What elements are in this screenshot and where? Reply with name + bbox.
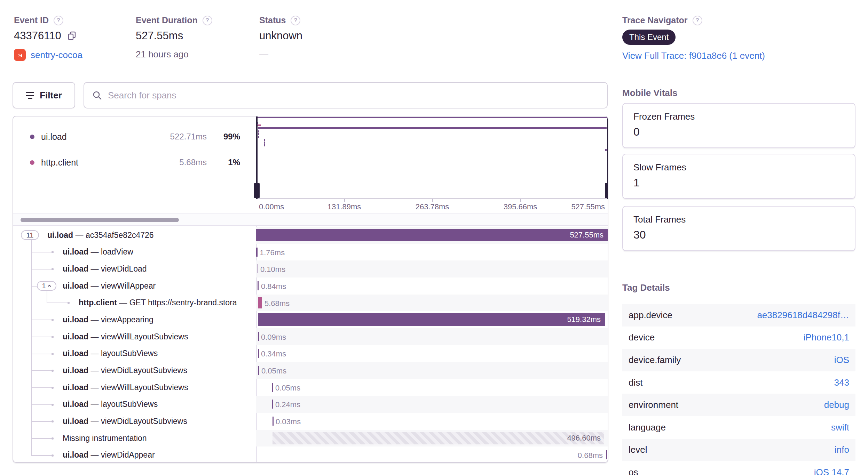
vital-card-slow-frames: Slow Frames 1 — [622, 154, 855, 199]
status-value: unknown — [259, 30, 302, 42]
help-icon[interactable]: ? — [54, 16, 63, 25]
span-bar-row[interactable]: 0.05ms — [256, 379, 608, 396]
mobile-vitals-title: Mobile Vitals — [622, 88, 677, 98]
span-bars: 527.55ms 1.76ms 0.10ms 0.84ms 5.68ms 519… — [256, 227, 608, 463]
span-bar-row[interactable]: 519.32ms — [256, 311, 608, 328]
tag-row: language swift — [622, 416, 855, 439]
span-bar-row[interactable]: 1.76ms — [256, 244, 608, 261]
expand-collapse-badge[interactable]: 11 — [21, 230, 39, 240]
event-id-label: Event ID — [14, 15, 49, 25]
span-tree-row[interactable]: ui.load — viewDidAppear — [13, 446, 256, 463]
tag-details-list: app.device ae3829618d484298f… device iPh… — [622, 304, 855, 475]
vital-card-frozen-frames: Frozen Frames 0 — [622, 103, 855, 148]
span-bar-row[interactable]: 5.68ms — [256, 295, 608, 312]
help-icon[interactable]: ? — [291, 16, 300, 25]
minimap-span — [264, 144, 265, 146]
span-bar[interactable] — [272, 383, 273, 392]
span-bar[interactable] — [256, 248, 258, 257]
minimap-right-handle[interactable] — [605, 183, 608, 198]
span-bar-row[interactable]: 0.10ms — [256, 260, 608, 277]
span-tree-row[interactable]: 1 ui.load — viewWillAppear — [13, 277, 256, 295]
axis-label: 263.78ms — [416, 202, 449, 211]
project-link[interactable]: sentry-cocoa — [31, 50, 82, 61]
span-bar[interactable] — [258, 332, 259, 341]
search-input[interactable] — [108, 90, 599, 101]
swift-icon — [14, 49, 26, 61]
span-tree-row[interactable]: ui.load — viewWillLayoutSubviews — [13, 379, 256, 396]
span-bar[interactable] — [258, 349, 259, 358]
event-age: 21 hours ago — [136, 49, 189, 60]
ui-load-dot — [30, 135, 34, 139]
axis-label: 395.66ms — [504, 202, 537, 211]
copy-icon[interactable] — [67, 31, 77, 41]
filter-button[interactable]: Filter — [13, 82, 75, 108]
status-label: Status — [259, 15, 286, 25]
chevron-up-icon — [47, 284, 52, 287]
span-tree-row[interactable]: ui.load — layoutSubViews — [13, 345, 256, 362]
span-bar-row[interactable]: 527.55ms — [256, 227, 608, 244]
vital-card-total-frames: Total Frames 30 — [622, 206, 855, 251]
search-icon — [92, 90, 102, 100]
span-tree-row[interactable]: 11 ui.load — ac354af5e82c4726 — [13, 227, 256, 244]
tag-row: device iPhone10,1 — [622, 327, 855, 349]
span-tree: 11 ui.load — ac354af5e82c4726 ui.load — … — [13, 227, 256, 463]
span-bar[interactable] — [273, 417, 274, 426]
span-bar-row[interactable]: 0.09ms — [256, 328, 608, 345]
trace-minimap[interactable] — [256, 116, 608, 199]
span-tree-row[interactable]: ui.load — loadView — [13, 244, 256, 261]
span-bar[interactable] — [606, 450, 607, 459]
span-bar-row[interactable]: 0.34ms — [256, 345, 608, 362]
axis-label: 527.55ms — [571, 202, 605, 211]
tag-row: app.device ae3829618d484298f… — [622, 304, 855, 327]
span-bar-row[interactable]: 496.60ms — [256, 430, 608, 447]
span-bar-row[interactable]: 0.84ms — [256, 277, 608, 295]
minimap-span — [264, 139, 265, 141]
tag-row: device.family iOS — [622, 349, 855, 371]
event-duration-label: Event Duration — [136, 15, 198, 25]
span-bar-row[interactable]: 0.24ms — [256, 396, 608, 413]
event-id-value: 43376110 — [14, 30, 61, 42]
event-duration-group: Event Duration ? 527.55ms 21 hours ago — [136, 15, 212, 60]
tag-details-title: Tag Details — [622, 282, 670, 293]
span-tree-row[interactable]: Missing instrumentation — [13, 430, 256, 447]
span-tree-row[interactable]: ui.load — viewDidLoad — [13, 260, 256, 277]
legend-item[interactable]: http.client 5.68ms 1% — [13, 156, 256, 169]
help-icon[interactable]: ? — [203, 16, 212, 25]
time-axis: 0.00ms 131.89ms 263.78ms 395.66ms 527.55… — [256, 199, 608, 214]
filter-icon — [26, 92, 34, 99]
scrollbar-thumb[interactable] — [21, 218, 179, 222]
span-bar[interactable] — [258, 297, 262, 308]
span-bar-row[interactable]: 0.03ms — [256, 413, 608, 430]
minimap-span — [258, 133, 259, 135]
http-client-dot — [30, 160, 34, 165]
span-bar-row[interactable]: 0.05ms — [256, 362, 608, 379]
expand-collapse-badge[interactable]: 1 — [37, 281, 56, 291]
minimap-span — [264, 142, 265, 144]
span-bar[interactable] — [258, 264, 258, 273]
status-group: Status ? unknown — — [259, 15, 302, 60]
span-bar-row[interactable]: 0.68ms — [256, 446, 608, 463]
span-bar[interactable]: 527.55ms — [256, 229, 608, 241]
span-tree-row[interactable]: ui.load — viewWillLayoutSubviews — [13, 328, 256, 345]
event-detail-page: Event ID ? 43376110 sentry-cocoa Event D… — [0, 0, 868, 475]
tag-row: level info — [622, 439, 855, 461]
tag-row: environment debug — [622, 394, 855, 416]
span-bar[interactable]: 519.32ms — [258, 313, 605, 326]
span-tree-row[interactable]: ui.load — layoutSubViews — [13, 396, 256, 413]
axis-label: 131.89ms — [328, 202, 361, 211]
span-bar[interactable] — [272, 400, 273, 409]
legend-item[interactable]: ui.load 522.71ms 99% — [13, 130, 256, 143]
minimap-span — [258, 117, 607, 118]
event-duration-value: 527.55ms — [136, 30, 183, 42]
span-tree-row[interactable]: ui.load — viewDidLayoutSubviews — [13, 362, 256, 379]
horizontal-scrollbar[interactable] — [13, 214, 608, 226]
span-tree-row[interactable]: http.client — GET https://sentry-brand.s… — [13, 295, 256, 312]
span-search[interactable] — [84, 82, 608, 108]
minimap-span — [258, 124, 261, 126]
span-bar[interactable] — [258, 281, 259, 290]
span-tree-row[interactable]: ui.load — viewDidLayoutSubviews — [13, 413, 256, 430]
minimap-left-handle[interactable] — [254, 183, 260, 198]
missing-instrumentation-bar[interactable]: 496.60ms — [273, 432, 604, 444]
span-bar[interactable] — [258, 366, 259, 375]
span-tree-row[interactable]: ui.load — viewAppearing — [13, 311, 256, 328]
